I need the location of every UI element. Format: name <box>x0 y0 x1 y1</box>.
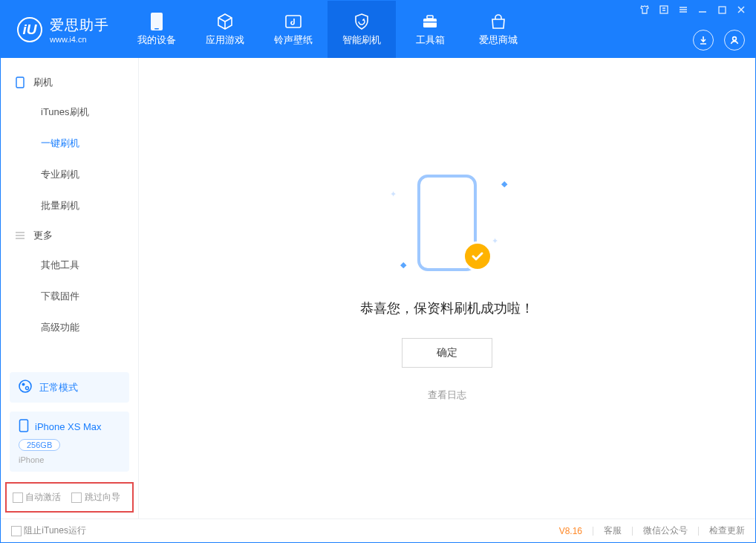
block-itunes-checkbox[interactable]: 阻止iTunes运行 <box>11 524 86 537</box>
mode-card[interactable]: 正常模式 <box>10 372 129 403</box>
success-message: 恭喜您，保资料刷机成功啦！ <box>360 299 534 317</box>
minimize-icon[interactable] <box>693 1 712 19</box>
sidebar-item-other-tools[interactable]: 其他工具 <box>1 250 138 281</box>
tab-my-device[interactable]: 我的设备 <box>123 1 191 58</box>
svg-rect-1 <box>154 28 159 30</box>
mode-icon <box>19 380 32 395</box>
svg-rect-7 <box>719 7 726 13</box>
nav-tabs: 我的设备 应用游戏 铃声壁纸 智能刷机 工具箱 爱思商城 <box>123 1 532 58</box>
svg-point-12 <box>26 387 29 390</box>
note-icon[interactable] <box>654 1 674 19</box>
svg-rect-4 <box>427 16 433 19</box>
ok-button[interactable]: 确定 <box>402 338 492 368</box>
close-icon[interactable] <box>731 1 751 19</box>
check-badge-icon <box>463 241 492 271</box>
options-row: 自动激活 跳过向导 <box>5 482 134 513</box>
sparkle-icon: ✦ <box>390 189 397 199</box>
sidebar-item-batch-flash[interactable]: 批量刷机 <box>1 190 138 221</box>
sidebar-item-oneclick-flash[interactable]: 一键刷机 <box>1 128 138 159</box>
sparkle-icon: ◆ <box>501 179 507 189</box>
sidebar-section-more: 更多 <box>1 221 138 250</box>
sidebar: 刷机 iTunes刷机 一键刷机 专业刷机 批量刷机 更多 其他工具 下载固件 … <box>1 58 139 518</box>
device-icon <box>148 13 166 30</box>
device-capacity: 256GB <box>19 439 60 451</box>
mode-label: 正常模式 <box>39 381 78 394</box>
svg-rect-2 <box>286 16 301 27</box>
sidebar-item-download-fw[interactable]: 下载固件 <box>1 281 138 312</box>
tab-toolbox[interactable]: 工具箱 <box>396 1 464 58</box>
window-controls <box>635 1 751 19</box>
sparkle-icon: ◆ <box>400 260 406 270</box>
tab-ringtone[interactable]: 铃声壁纸 <box>259 1 328 58</box>
sidebar-item-itunes-flash[interactable]: iTunes刷机 <box>1 97 138 128</box>
shirt-icon[interactable] <box>635 1 654 19</box>
opt-skip-guide[interactable]: 跳过向导 <box>71 491 120 504</box>
sidebar-item-pro-flash[interactable]: 专业刷机 <box>1 159 138 190</box>
version-label: V8.16 <box>559 526 582 536</box>
main-content: ✦ ◆ ◆ ✦ 恭喜您，保资料刷机成功啦！ 确定 查看日志 <box>139 58 755 518</box>
sidebar-section-flash: 刷机 <box>1 68 138 97</box>
svg-point-10 <box>19 380 31 392</box>
device-card[interactable]: iPhone XS Max 256GB iPhone <box>10 412 129 472</box>
shield-refresh-icon <box>353 13 371 30</box>
svg-point-11 <box>22 383 25 386</box>
list-icon <box>14 230 26 241</box>
store-icon <box>489 13 507 30</box>
sidebar-item-advanced[interactable]: 高级功能 <box>1 312 138 343</box>
toolbox-icon <box>421 13 439 30</box>
app-header: iU 爱思助手 www.i4.cn 我的设备 应用游戏 铃声壁纸 智能刷机 工具… <box>1 1 755 58</box>
app-logo: iU 爱思助手 www.i4.cn <box>1 16 123 44</box>
tab-store[interactable]: 爱思商城 <box>464 1 532 58</box>
app-url: www.i4.cn <box>50 35 109 44</box>
wechat-link[interactable]: 微信公众号 <box>643 524 688 537</box>
svg-rect-5 <box>423 22 437 22</box>
account-button[interactable] <box>724 30 745 51</box>
customer-service-link[interactable]: 客服 <box>604 524 622 537</box>
cube-icon <box>216 13 234 30</box>
device-type: iPhone <box>19 455 44 464</box>
status-bar: 阻止iTunes运行 V8.16 客服 微信公众号 检查更新 <box>1 518 755 542</box>
maximize-icon[interactable] <box>712 1 731 19</box>
download-button[interactable] <box>693 30 714 51</box>
success-illustration: ✦ ◆ ◆ ✦ <box>406 175 488 279</box>
svg-rect-0 <box>151 13 163 30</box>
svg-point-8 <box>733 37 737 41</box>
tab-flash[interactable]: 智能刷机 <box>328 1 396 58</box>
app-name: 爱思助手 <box>50 16 109 35</box>
music-folder-icon <box>284 13 302 30</box>
header-right <box>693 30 745 51</box>
svg-rect-6 <box>660 6 668 13</box>
logo-icon: iU <box>17 17 42 42</box>
svg-rect-9 <box>16 77 24 88</box>
device-name: iPhone XS Max <box>35 421 102 432</box>
view-log-link[interactable]: 查看日志 <box>428 388 466 402</box>
menu-icon[interactable] <box>674 1 693 19</box>
opt-auto-activate[interactable]: 自动激活 <box>13 491 61 504</box>
check-update-link[interactable]: 检查更新 <box>709 524 745 537</box>
svg-rect-13 <box>20 420 28 432</box>
tab-apps[interactable]: 应用游戏 <box>191 1 259 58</box>
phone-icon <box>14 77 26 88</box>
device-icon <box>19 419 29 435</box>
sparkle-icon: ✦ <box>492 236 498 246</box>
svg-rect-3 <box>423 19 437 27</box>
